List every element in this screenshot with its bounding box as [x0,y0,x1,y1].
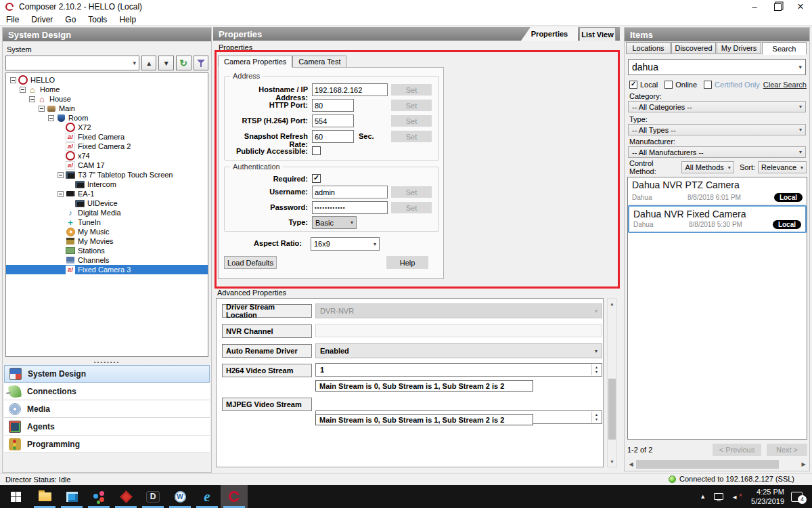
taskbar-d-player[interactable] [139,485,166,508]
h264-video-stream-spinner[interactable]: 1 ▴▾ [315,363,602,377]
set-rtsp-port-button[interactable]: Set [391,115,432,127]
tree-item-house[interactable]: House [6,94,208,104]
nav-system-design[interactable]: System Design [4,365,210,383]
tree-item-room[interactable]: Room [6,113,208,123]
menu-tools[interactable]: Tools [82,15,113,24]
tab-search[interactable]: Search [762,42,807,55]
tree-item-tunein[interactable]: TuneIn [6,217,208,227]
scroll-left-icon[interactable]: ◀ [626,459,636,469]
scroll-right-icon[interactable]: ▶ [798,459,809,469]
tab-discovered[interactable]: Discovered [671,42,716,54]
panel-splitter[interactable]: •••••••• [5,359,208,364]
taskbar-app-window[interactable] [58,485,85,508]
certified-only-checkbox[interactable] [704,81,712,89]
tree-item-t3-touchscreen[interactable]: T3 7" Tabletop Touch Screen [6,170,208,179]
results-horizontal-scrollbar[interactable]: ◀ ▶ [626,459,809,469]
tree-item-home[interactable]: Home [6,85,208,94]
tab-my-drivers[interactable]: My Drivers [717,42,761,54]
tree-item-ea-1[interactable]: EA-1 [6,189,208,198]
spinner-arrows-icon[interactable]: ▴▾ [591,412,601,423]
set-username-button[interactable]: Set [391,186,432,198]
taskbar-file-explorer[interactable] [31,485,58,508]
auto-rename-driver-select[interactable]: Enabled▾ [315,343,602,358]
category-select[interactable]: -- All Categories --▾ [628,101,806,112]
taskbar-internet-explorer[interactable] [194,485,221,508]
scroll-down-icon[interactable]: ▼ [608,457,616,467]
tree-item-hello[interactable]: HELLO [6,75,208,85]
spinner-arrows-icon[interactable]: ▴▾ [591,364,601,375]
nav-agents[interactable]: Agents [4,418,210,436]
refresh-button[interactable] [176,56,191,70]
restore-button[interactable] [766,0,789,14]
nav-connections[interactable]: Connections [4,383,210,400]
close-button[interactable] [789,0,812,14]
tree-item-my-movies[interactable]: My Movies [6,236,208,246]
http-port-input[interactable] [312,99,354,112]
taskbar-composer-active[interactable] [221,485,248,508]
scrollbar-thumb[interactable] [636,460,779,469]
action-center-icon[interactable]: 4 [791,492,803,502]
scroll-up-icon[interactable]: ▲ [608,299,616,309]
snapshot-rate-input[interactable] [312,130,354,143]
local-checkbox[interactable] [629,81,637,89]
system-search-combobox[interactable]: ▾ [5,56,139,70]
help-button[interactable]: Help [386,256,428,269]
taskbar-w-app[interactable] [166,485,194,508]
collapse-icon[interactable] [10,77,16,83]
auth-type-select[interactable]: Basic▾ [312,216,357,229]
tree-item-stations[interactable]: Stations [6,246,208,255]
tree-item-my-music[interactable]: My Music [6,227,208,236]
result-dahua-nvr-fixed-camera-selected[interactable]: Dahua NVR Fixed Camera Dahua 8/8/2018 5:… [628,205,807,233]
tree-item-fixed-camera-3-selected[interactable]: Fixed Camera 3 [6,265,208,274]
menu-go[interactable]: Go [59,15,82,24]
aspect-ratio-select[interactable]: 16x9▾ [311,237,380,251]
set-snapshot-rate-button[interactable]: Set [391,131,432,142]
set-password-button[interactable]: Set [391,202,432,213]
manufacturer-select[interactable]: -- All Manufacturers --▾ [628,146,806,158]
taskbar-red-diamond-app[interactable] [112,485,139,508]
result-dahua-nvr-ptz-camera[interactable]: Dahua NVR PTZ Camera Dahua 8/8/2018 6:01… [628,177,807,205]
tree-item-channels[interactable]: Channels [6,255,208,265]
collapse-icon[interactable] [29,96,35,102]
find-next-button[interactable]: ▼ [158,56,174,70]
tree-item-digital-media[interactable]: Digital Media [6,208,208,217]
tree-item-main[interactable]: Main [6,104,208,113]
menu-file[interactable]: File [0,15,25,24]
tree-item-fixed-camera[interactable]: Fixed Camera [6,132,208,142]
driver-search-input[interactable] [629,62,798,72]
menu-driver[interactable]: Driver [25,15,59,24]
password-input[interactable] [312,201,388,214]
tree-item-fixed-camera-2[interactable]: Fixed Camera 2 [6,142,208,151]
tab-properties[interactable]: Properties [521,27,578,41]
tab-camera-properties[interactable]: Camera Properties [218,56,292,68]
publicly-accessible-checkbox[interactable] [312,146,321,155]
sort-select[interactable]: Relevance▾ [758,161,807,173]
type-select[interactable]: -- All Types --▾ [628,124,806,135]
scrollbar-thumb[interactable] [608,379,616,440]
taskbar-clock[interactable]: 4:25 PM 5/23/2019 [751,487,784,507]
collapse-icon[interactable] [48,115,54,121]
next-button[interactable]: Next > [767,444,807,456]
taskbar-config-tool[interactable] [85,485,112,508]
tab-list-view[interactable]: List View [579,27,616,41]
collapse-icon[interactable] [58,172,64,178]
load-defaults-button[interactable]: Load Defaults [224,256,277,269]
set-hostname-button[interactable]: Set [391,84,432,96]
set-http-port-button[interactable]: Set [391,100,432,111]
collapse-icon[interactable] [39,106,45,112]
required-checkbox[interactable] [312,174,321,183]
driver-search-combobox[interactable]: ▾ [628,59,806,75]
tree-item-x74[interactable]: x74 [6,151,208,161]
tray-expand-icon[interactable]: ▲ [696,493,710,500]
clear-search-link[interactable]: Clear Search [763,81,807,89]
previous-button[interactable]: < Previous [713,444,761,456]
collapse-icon[interactable] [20,87,26,93]
network-icon[interactable] [714,493,723,500]
rtsp-port-input[interactable] [312,114,354,127]
menu-help[interactable]: Help [113,15,142,24]
tree-item-x72[interactable]: X72 [6,123,208,132]
nav-programming[interactable]: Programming [4,436,210,453]
online-checkbox[interactable] [664,81,673,89]
tab-locations[interactable]: Locations [626,42,671,54]
find-previous-button[interactable]: ▲ [141,56,157,70]
